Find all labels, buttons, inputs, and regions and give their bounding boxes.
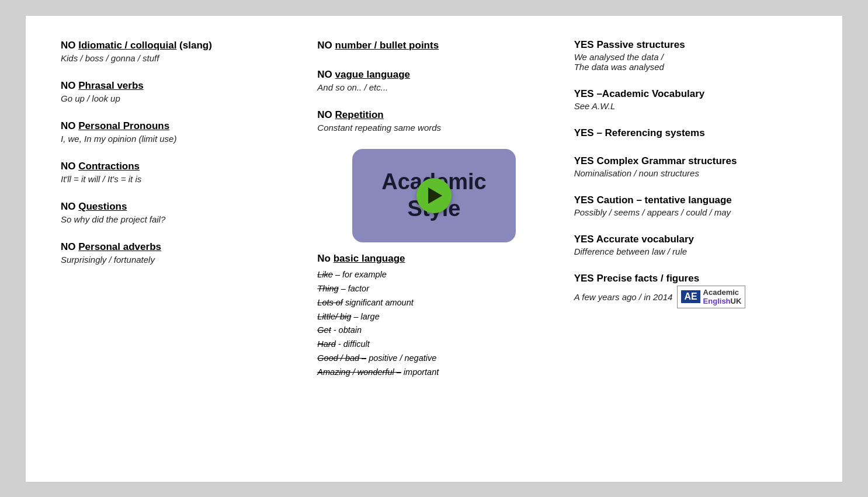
basic-item-amazing: Amazing / wonderful – important: [317, 366, 550, 380]
strikethrough-lots: Lots of: [317, 298, 343, 307]
video-box[interactable]: Academic Style: [352, 149, 516, 242]
strikethrough-little: Little/ big: [317, 312, 351, 321]
yes-title-referencing: YES – Referencing systems: [574, 127, 807, 139]
item-idiomatic: NO Idiomatic / colloquial (slang) Kids /…: [61, 39, 294, 63]
strikethrough-like: Like: [317, 270, 333, 279]
rest-amazing: important: [401, 367, 439, 377]
ae-english: English: [703, 297, 731, 305]
item-academic-vocab: YES –Academic Vocabulary See A.W.L: [574, 88, 807, 111]
strikethrough-amazing: Amazing / wonderful –: [317, 367, 401, 377]
right-column: YES Passive structures We analysed the d…: [563, 33, 819, 464]
basic-lang-underline: basic language: [334, 253, 405, 264]
rest-like: – for example: [333, 270, 387, 279]
rest-hard: - difficult: [336, 339, 370, 349]
strikethrough-get: Get: [317, 325, 331, 335]
rest-little: – large: [351, 312, 379, 321]
basic-item-lots: Lots of significant amount: [317, 296, 550, 310]
item-referencing: YES – Referencing systems: [574, 127, 807, 139]
yes-title-precise-facts: YES Precise facts / figures: [574, 273, 807, 284]
rest-thing: – factor: [339, 284, 369, 293]
item-personal-adverbs: NO Personal adverbs Surprisingly / fortu…: [61, 241, 294, 265]
item-contractions: NO Contractions It'll = it will / It's =…: [61, 160, 294, 184]
item-bullet: NO number / bullet points: [317, 39, 550, 52]
yes-sub-accurate-vocab: Difference between law / rule: [574, 246, 807, 256]
yes-sub-precise-facts: A few years ago / in 2014: [574, 292, 673, 302]
item-accurate-vocab: YES Accurate vocabulary Difference betwe…: [574, 234, 807, 256]
no-label-idiomatic: NO: [61, 40, 78, 51]
no-label-questions: NO: [61, 201, 78, 212]
item-basic-language: No basic language Like – for example Thi…: [317, 253, 550, 380]
no-label-pronouns: NO: [61, 120, 78, 131]
sub-idiomatic: Kids / boss / gonna / stuff: [61, 53, 294, 63]
title-underline-personal-adverbs: Personal adverbs: [78, 241, 161, 252]
yes-title-caution: YES Caution – tentative language: [574, 194, 807, 206]
ae-text: AcademicEnglishUK: [703, 288, 742, 306]
play-icon: [428, 187, 442, 204]
left-column: NO Idiomatic / colloquial (slang) Kids /…: [49, 33, 305, 464]
basic-item-little: Little/ big – large: [317, 310, 550, 324]
item-questions: NO Questions So why did the project fail…: [61, 200, 294, 224]
item-passive: YES Passive structures We analysed the d…: [574, 39, 807, 72]
no-label-vague: NO: [317, 69, 335, 80]
item-complex-grammar: YES Complex Grammar structures Nominalis…: [574, 155, 807, 178]
item-phrasal: NO Phrasal verbs Go up / look up: [61, 79, 294, 103]
no-label-repetition: NO: [317, 109, 335, 120]
sub-repetition: Constant repeating same words: [317, 123, 550, 133]
item-caution: YES Caution – tentative language Possibl…: [574, 194, 807, 217]
yes-title-passive: YES Passive structures: [574, 39, 807, 51]
basic-item-like: Like – for example: [317, 268, 550, 282]
yes-sub-caution: Possibly / seems / appears / could / may: [574, 207, 807, 217]
item-vague: NO vague language And so on.. / etc...: [317, 68, 550, 92]
rest-good: positive / negative: [366, 353, 436, 363]
sub-personal-adverbs: Surprisingly / fortunately: [61, 255, 294, 265]
rest-lots: significant amount: [343, 298, 414, 307]
mid-column: NO number / bullet points NO vague langu…: [305, 33, 562, 464]
sub-questions: So why did the project fail?: [61, 214, 294, 224]
yes-title-accurate-vocab: YES Accurate vocabulary: [574, 234, 807, 245]
yes-title-academic-vocab: YES –Academic Vocabulary: [574, 88, 807, 100]
sub-contractions: It'll = it will / It's = it is: [61, 174, 294, 184]
no-label-personal-adverbs: NO: [61, 241, 78, 252]
ae-box: AE: [681, 290, 700, 303]
sub-phrasal: Go up / look up: [61, 93, 294, 103]
rest-get: - obtain: [331, 325, 362, 335]
title-underline-vague: vague language: [335, 69, 410, 80]
yes-title-complex-grammar: YES Complex Grammar structures: [574, 155, 807, 167]
basic-lang-list: Like – for example Thing – factor Lots o…: [317, 268, 550, 380]
title-underline-pronouns: Personal Pronouns: [78, 120, 169, 131]
strikethrough-thing: Thing: [317, 284, 338, 293]
basic-item-hard: Hard - difficult: [317, 338, 550, 352]
title-underline-bullet: number / bullet points: [335, 40, 439, 51]
strikethrough-good: Good / bad –: [317, 353, 366, 363]
basic-item-good: Good / bad – positive / negative: [317, 352, 550, 366]
item-pronouns: NO Personal Pronouns I, we, In my opinio…: [61, 120, 294, 144]
basic-lang-title: No basic language: [317, 253, 550, 265]
title-underline-questions: Questions: [78, 201, 127, 212]
video-container[interactable]: Academic Style: [317, 149, 550, 242]
no-label-contractions: NO: [61, 161, 78, 172]
play-button[interactable]: [416, 178, 452, 213]
no-label-phrasal: NO: [61, 80, 78, 91]
sub-pronouns: I, we, In my opinion (limit use): [61, 134, 294, 144]
title-underline-idiomatic: Idiomatic / colloquial: [78, 40, 176, 51]
yes-sub-passive: We analysed the data /The data was analy…: [574, 52, 807, 72]
basic-item-thing: Thing – factor: [317, 282, 550, 296]
no-label-bullet: NO: [317, 40, 335, 51]
no-label-basic: No: [317, 253, 333, 264]
basic-item-get: Get - obtain: [317, 324, 550, 338]
ae-logo: AE AcademicEnglishUK: [677, 286, 745, 308]
item-precise-facts: YES Precise facts / figures A few years …: [574, 273, 807, 308]
yes-sub-academic-vocab: See A.W.L: [574, 101, 807, 111]
title-rest-idiomatic: (slang): [176, 40, 211, 51]
sub-vague: And so on.. / etc...: [317, 82, 550, 92]
slide: NO Idiomatic / colloquial (slang) Kids /…: [25, 15, 843, 482]
item-repetition: NO Repetition Constant repeating same wo…: [317, 109, 550, 133]
strikethrough-hard: Hard: [317, 339, 335, 349]
yes-sub-complex-grammar: Nominalisation / noun structures: [574, 168, 807, 178]
title-underline-phrasal: Phrasal verbs: [78, 80, 144, 91]
title-underline-repetition: Repetition: [335, 109, 384, 120]
title-underline-contractions: Contractions: [78, 161, 140, 172]
